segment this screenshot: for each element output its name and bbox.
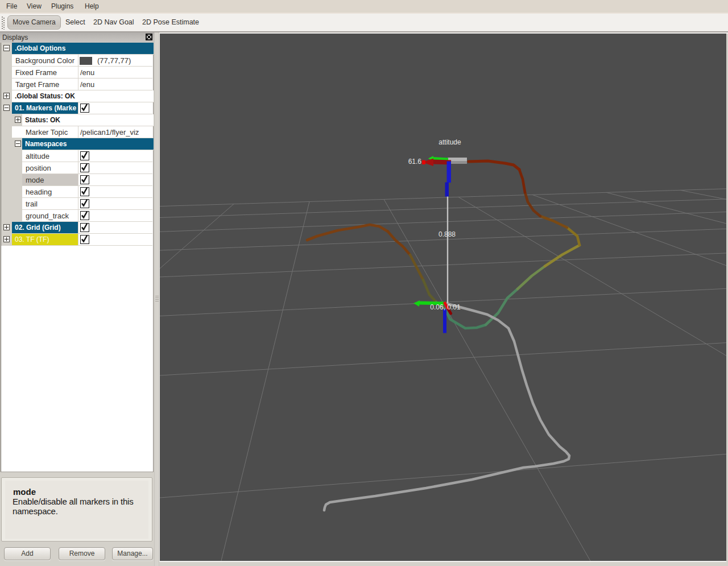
- svg-text:0.888: 0.888: [439, 230, 456, 238]
- svg-text:61.6: 61.6: [408, 158, 422, 166]
- svg-text:attitude: attitude: [439, 138, 461, 146]
- svg-text:0.06, 0.01: 0.06, 0.01: [430, 303, 461, 311]
